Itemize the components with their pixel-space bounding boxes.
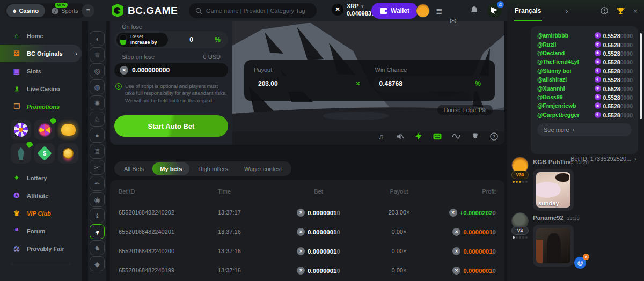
close-icon[interactable]: ×	[633, 7, 638, 15]
sidebar-item-live-casino[interactable]: ♗ Live Casino	[0, 80, 82, 98]
promo-rocket-icon[interactable]	[11, 143, 31, 164]
level-badge: V4	[511, 226, 529, 235]
table-row[interactable]: 65520168482240200 13:37:16 ✕0.00000010 0…	[110, 241, 504, 261]
on-lose-toggle[interactable]: Reset Increase by	[116, 33, 168, 47]
game-icon-6[interactable]: ♘	[90, 112, 105, 127]
tab-all-bets[interactable]: All Bets	[116, 161, 151, 176]
tab-my-bets[interactable]: My bets	[152, 162, 189, 175]
game-icon-5[interactable]: ✺	[90, 95, 105, 110]
promo-spin-icon[interactable]	[11, 120, 31, 140]
payout-panel: Payout 203.00 × Win Chance 0.48768 %	[244, 60, 495, 101]
sidebar-item-affiliate[interactable]: ✪ Affiliate	[0, 187, 82, 204]
tip-user-row[interactable]: @Xuannhi¢0.55280000	[537, 84, 633, 92]
gif-message[interactable]	[533, 225, 574, 267]
increase-by-option[interactable]: Increase by	[130, 40, 157, 46]
search-input[interactable]	[206, 8, 308, 14]
tip-user-row[interactable]: @Skinny boi¢0.55280000	[537, 66, 633, 75]
app-root: ♠ Casino NEW Sports ≡ BC.GAME ✕ XRP	[0, 0, 644, 281]
message-username[interactable]: KGB PuhTine	[533, 159, 573, 165]
music-mute-icon[interactable]: ♫	[377, 132, 385, 140]
reset-option[interactable]: Reset	[130, 34, 157, 40]
sidebar-item-slots[interactable]: ▣ Slots	[0, 62, 82, 80]
chat-toggle-button[interactable]: @	[487, 3, 502, 18]
contest-trophy-icon[interactable]	[617, 7, 625, 14]
sidebar-item-vip-club[interactable]: ♛ VIP Club	[0, 204, 82, 222]
game-icon-limbo-active[interactable]: ➤	[90, 224, 105, 239]
message-username[interactable]: Paname92	[533, 215, 564, 221]
table-row[interactable]: 65520168482240199 13:37:16 ✕0.00000010 0…	[110, 261, 504, 280]
promo-wheel-icon[interactable]	[34, 120, 55, 140]
wallet-button[interactable]: Wallet	[371, 3, 418, 19]
promo-piggy-icon[interactable]	[58, 120, 78, 140]
game-icon-10[interactable]: ✒	[90, 176, 105, 191]
tip-user-row[interactable]: @Ruzli¢0.55280000	[537, 40, 633, 48]
sidebar-item-lottery[interactable]: ✦ Lottery	[0, 169, 82, 187]
gif-message[interactable]: sunday	[533, 169, 574, 211]
sidebar-collapse-button[interactable]: ≡	[82, 4, 94, 17]
sound-mute-icon[interactable]	[396, 132, 404, 140]
user-avatar[interactable]	[416, 4, 430, 18]
tip-user-row[interactable]: @Decland¢0.55280000	[537, 49, 633, 57]
game-icon-14[interactable]: ♞	[90, 240, 105, 255]
stop-on-lose-input[interactable]: ✕ 0.000000000	[114, 63, 228, 77]
level-stars	[513, 181, 528, 183]
game-icon-3[interactable]: ◎	[90, 63, 105, 78]
notify-crescent-icon	[50, 118, 56, 124]
game-icon-15[interactable]: ◆	[90, 256, 105, 271]
tab-wager-contest[interactable]: Wager contest	[237, 161, 290, 176]
chat-scrollbar[interactable]	[640, 33, 642, 119]
on-lose-row: Reset Increase by 0 %	[114, 31, 228, 48]
hotkeys-icon[interactable]	[433, 132, 442, 140]
sidebar-item-promotions[interactable]: ❐ Promotions	[0, 98, 82, 115]
level-badge: V30	[511, 171, 529, 179]
mention-bubble[interactable]: @ 6	[574, 257, 586, 269]
chat-language-selector[interactable]: Français	[515, 7, 541, 14]
tip-user-row[interactable]: @Frmjenriewb¢0.55280000	[537, 101, 633, 110]
wallet-label: Wallet	[391, 7, 409, 14]
bets-table: Bet ID Time Bet Payout Profit 6552016848…	[110, 180, 504, 281]
promo-tag-icon[interactable]: $	[34, 143, 55, 164]
game-icon-4[interactable]: ◍	[90, 79, 105, 94]
col-bet-id: Bet ID	[119, 188, 218, 195]
table-row[interactable]: 65520168482240202 13:37:17 ✕0.00000010 2…	[110, 203, 504, 222]
promo-coin-icon[interactable]	[58, 143, 78, 164]
see-more-button[interactable]: See more›	[537, 123, 632, 136]
brand[interactable]: BC.GAME	[112, 4, 178, 17]
tip-user-row[interactable]: @TheFiend4Lyf¢0.55280000	[537, 57, 633, 66]
tip-user-row[interactable]: @Carpetbegger¢0.55280000	[537, 110, 633, 119]
bcd-coin-icon: ¢	[595, 58, 601, 65]
start-auto-bet-button[interactable]: Start Auto Bet	[114, 115, 228, 137]
chat-info-icon[interactable]	[601, 7, 608, 14]
increase-value-input[interactable]: 0	[168, 36, 215, 43]
seed-icon[interactable]	[471, 132, 479, 140]
payout-value: 203.00	[258, 80, 278, 87]
game-icon-12[interactable]: ♝	[90, 208, 105, 223]
game-icon-9[interactable]: ✂	[90, 160, 105, 175]
game-icon-2[interactable]: ♕	[90, 47, 105, 62]
payout-input[interactable]: 203.00 ×	[252, 76, 367, 92]
tab-high-rollers[interactable]: High rollers	[191, 161, 236, 176]
trends-icon[interactable]	[452, 132, 460, 140]
game-icon-1[interactable]: ◖	[90, 31, 105, 46]
sidebar-item-bc-originals[interactable]: ⚄ BC Originals ›	[0, 45, 82, 62]
table-row[interactable]: 65520168482240201 13:37:16 ✕0.00000010 0…	[110, 222, 504, 241]
game-toolbar: ♫ ?	[377, 132, 498, 140]
chevron-right-icon[interactable]: ›	[566, 7, 568, 15]
tip-user-row[interactable]: @Boss99¢0.55280000	[537, 93, 633, 101]
sidebar-item-provably-fair[interactable]: ⚖ Provably Fair	[0, 240, 82, 257]
tip-user-row[interactable]: @alishirazi¢0.55280000	[537, 75, 633, 84]
sports-tab[interactable]: NEW Sports	[45, 8, 85, 14]
notifications-button[interactable]	[470, 6, 478, 14]
turbo-bolt-icon[interactable]	[414, 132, 423, 140]
xrp-coin-icon: ✕	[332, 4, 343, 16]
casino-tab[interactable]: ♠ Casino	[6, 4, 45, 17]
game-icon-7[interactable]: ●	[90, 128, 105, 143]
game-icon-11[interactable]: ◉	[90, 192, 105, 207]
win-chance-input[interactable]: 0.48768 %	[373, 76, 488, 92]
search-bar[interactable]	[189, 3, 317, 18]
help-icon[interactable]: ?	[489, 132, 498, 140]
game-icon-8[interactable]: ♖	[90, 144, 105, 159]
sidebar-item-forum[interactable]: ❝ Forum	[0, 222, 82, 240]
tip-user-row[interactable]: @amirbbbb¢0.55280000	[537, 31, 633, 40]
sidebar-item-home[interactable]: ⌂ Home	[0, 27, 82, 45]
